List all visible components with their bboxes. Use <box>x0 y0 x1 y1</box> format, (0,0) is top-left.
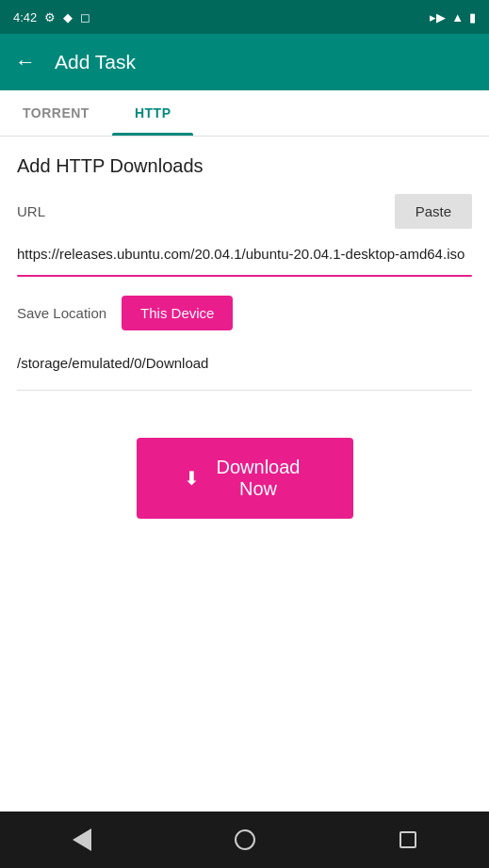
sim-icon: ◻ <box>80 10 90 24</box>
home-nav-button[interactable] <box>226 821 264 859</box>
save-location-row: Save Location This Device <box>17 296 472 330</box>
url-input[interactable]: https://releases.ubuntu.com/20.04.1/ubun… <box>17 236 472 275</box>
shield-icon: ◆ <box>63 10 73 24</box>
home-nav-icon <box>235 829 255 850</box>
main-content: TORRENT HTTP Add HTTP Downloads URL Past… <box>0 90 489 812</box>
download-btn-container: ⬇ Download Now <box>17 419 472 547</box>
battery-icon: ▮ <box>469 10 476 24</box>
this-device-button[interactable]: This Device <box>122 296 233 330</box>
tab-http[interactable]: HTTP <box>112 90 194 136</box>
status-right: ▸▶ ▲ ▮ <box>430 10 476 24</box>
time-display: 4:42 <box>13 10 37 24</box>
back-nav-icon <box>73 828 91 851</box>
page-title: Add Task <box>55 51 136 73</box>
download-now-label: Download Now <box>211 457 306 500</box>
section-title: Add HTTP Downloads <box>17 155 472 177</box>
paste-button[interactable]: Paste <box>395 194 472 229</box>
url-input-container: https://releases.ubuntu.com/20.04.1/ubun… <box>17 236 472 277</box>
bottom-nav-bar <box>0 812 489 868</box>
recents-nav-icon <box>399 831 416 848</box>
status-bar: 4:42 ⚙ ◆ ◻ ▸▶ ▲ ▮ <box>0 0 489 34</box>
storage-path: /storage/emulated/0/Download <box>17 346 472 391</box>
save-location-label: Save Location <box>17 305 106 321</box>
wifi-icon: ▸▶ <box>430 10 446 24</box>
download-icon: ⬇ <box>184 467 200 490</box>
form-section: Add HTTP Downloads URL Paste https://rel… <box>0 137 489 812</box>
back-button[interactable]: ← <box>15 50 36 74</box>
settings-icon: ⚙ <box>44 10 56 24</box>
status-left: 4:42 ⚙ ◆ ◻ <box>13 10 90 24</box>
tab-bar: TORRENT HTTP <box>0 90 489 137</box>
recents-nav-button[interactable] <box>389 821 427 859</box>
signal-icon: ▲ <box>451 10 464 24</box>
download-now-button[interactable]: ⬇ Download Now <box>137 438 353 519</box>
url-underline <box>17 275 472 277</box>
back-nav-button[interactable] <box>63 821 101 859</box>
tab-torrent[interactable]: TORRENT <box>0 90 112 136</box>
url-label: URL <box>17 203 45 219</box>
url-row: URL Paste <box>17 194 472 229</box>
toolbar: ← Add Task <box>0 34 489 90</box>
